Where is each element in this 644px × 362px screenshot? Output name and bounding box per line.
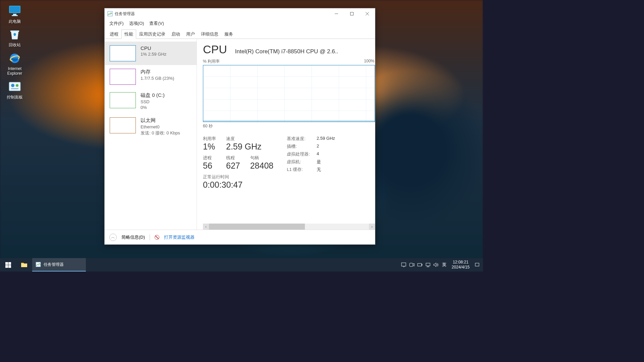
desktop-icon-label: 此电脑 [9, 19, 21, 24]
menu-options[interactable]: 选项(O) [127, 20, 146, 27]
stat-base-speed-k: 基准速度: [287, 136, 310, 142]
taskbar-clock[interactable]: 12:08:21 2024/4/15 [448, 260, 473, 270]
svg-rect-12 [351, 12, 354, 15]
scroll-thumb[interactable] [209, 224, 305, 230]
svg-point-7 [11, 84, 14, 87]
svg-rect-2 [13, 14, 16, 15]
open-resmon-link[interactable]: 打开资源监视器 [164, 234, 195, 240]
menu-view[interactable]: 查看(V) [147, 20, 166, 27]
tab-startup[interactable]: 启动 [168, 29, 183, 39]
svg-rect-24 [422, 264, 422, 265]
stat-l1-v: 无 [317, 167, 335, 173]
tab-performance[interactable]: 性能 [121, 29, 136, 39]
svg-rect-23 [418, 263, 422, 266]
sidebar-item-memory[interactable]: 内存 1.7/7.5 GB (23%) [105, 65, 197, 88]
menu-file[interactable]: 文件(F) [107, 20, 126, 27]
desktop-icon-label: 控制面板 [7, 95, 23, 100]
scroll-track[interactable] [209, 224, 369, 230]
svg-rect-19 [21, 264, 27, 267]
stat-handles-label: 句柄 [250, 155, 274, 161]
stat-proc-label: 进程 [203, 155, 216, 161]
secondary-stats: 基准速度: 2.59 GHz 插槽: 2 虚拟处理器: 4 虚拟机: 是 L1 … [287, 136, 335, 190]
svg-rect-25 [426, 263, 430, 266]
maximize-button[interactable] [344, 8, 360, 19]
stat-uptime-label: 正常运行时间 [203, 174, 273, 180]
resource-sidebar: CPU 1% 2.59 GHz 内存 1.7/7.5 GB (23%) 磁盘 0… [105, 39, 197, 230]
chevron-up-icon[interactable]: ︿ [109, 234, 117, 241]
stat-l1-k: L1 缓存: [287, 167, 310, 173]
svg-rect-6 [9, 82, 20, 91]
stat-vprocs-v: 4 [317, 151, 335, 157]
sidebar-item-sub: SSD [141, 99, 165, 104]
menubar: 文件(F) 选项(O) 查看(V) [105, 19, 375, 29]
stat-speed-label: 速度 [226, 136, 273, 142]
stat-util-label: 利用率 [203, 136, 216, 142]
svg-rect-21 [401, 263, 406, 266]
taskbar-time: 12:08:21 [452, 260, 470, 265]
start-button[interactable] [0, 258, 16, 272]
stat-vm-k: 虚拟机: [287, 159, 310, 165]
primary-stats: 利用率 1% 速度 2.59 GHz 进程 56 线程 627 [203, 136, 273, 190]
tray-action-center-icon[interactable] [400, 258, 408, 272]
taskbar-app-taskmgr[interactable]: 任务管理器 [32, 258, 86, 272]
tray-notifications-icon[interactable] [473, 258, 481, 272]
desktop-icon-recycle-bin[interactable]: 回收站 [2, 25, 28, 49]
desktop-icon-control-panel[interactable]: 控制面板 [2, 77, 28, 101]
desktop-icon-ie[interactable]: Internet Explorer [2, 49, 28, 77]
tray-meet-now-icon[interactable] [408, 258, 416, 272]
scroll-right-icon[interactable]: › [369, 224, 375, 230]
sidebar-item-ethernet[interactable]: 以太网 Ethernet0 发送: 0 接收: 0 Kbps [105, 114, 197, 140]
sidebar-item-sub: 1% 2.59 GHz [141, 52, 166, 57]
svg-rect-17 [5, 265, 8, 268]
tabbar: 进程 性能 应用历史记录 启动 用户 详细信息 服务 [105, 29, 375, 39]
svg-rect-28 [475, 263, 479, 266]
stat-util-value: 1% [203, 142, 216, 152]
tray-network-icon[interactable] [424, 258, 432, 272]
svg-rect-22 [410, 263, 413, 266]
tab-details[interactable]: 详细信息 [198, 29, 221, 39]
sidebar-item-cpu[interactable]: CPU 1% 2.59 GHz [105, 42, 197, 65]
sidebar-item-disk[interactable]: 磁盘 0 (C:) SSD 0% [105, 88, 197, 114]
performance-body: CPU 1% 2.59 GHz 内存 1.7/7.5 GB (23%) 磁盘 0… [105, 39, 375, 230]
desktop-icon-this-pc[interactable]: 此电脑 [2, 2, 28, 25]
memory-thumb-chart [110, 69, 136, 85]
cpu-utilization-chart [203, 65, 375, 122]
recycle-bin-icon [8, 27, 22, 41]
ie-icon [8, 51, 22, 65]
stat-handles-value: 28408 [250, 161, 274, 171]
horizontal-scrollbar[interactable]: ‹ › [203, 224, 375, 230]
taskmgr-icon [107, 11, 113, 16]
monitor-icon [8, 4, 22, 18]
tab-services[interactable]: 服务 [221, 29, 236, 39]
chart-ymax: 100% [364, 59, 374, 64]
desktop-icons: 此电脑 回收站 Internet Explorer 控制面板 [2, 2, 29, 101]
stat-threads-label: 线程 [226, 155, 240, 161]
ime-indicator[interactable]: 英 [440, 262, 448, 268]
sidebar-item-title: CPU [141, 45, 166, 51]
chart-ylabel: % 利用率 [203, 59, 220, 64]
tray-volume-icon[interactable] [432, 258, 440, 272]
svg-rect-15 [5, 262, 8, 265]
desktop-icon-label: Internet Explorer [2, 66, 28, 76]
scroll-left-icon[interactable]: ‹ [203, 224, 209, 230]
tab-users[interactable]: 用户 [183, 29, 198, 39]
stat-proc-value: 56 [203, 161, 216, 171]
sidebar-item-title: 以太网 [141, 117, 180, 124]
disk-thumb-chart [110, 92, 136, 108]
cpu-detail-panel: CPU Intel(R) Core(TM) i7-8850H CPU @ 2.6… [197, 39, 375, 230]
svg-rect-3 [12, 15, 18, 16]
svg-point-8 [16, 84, 18, 87]
minimize-button[interactable] [329, 8, 344, 19]
stat-vprocs-k: 虚拟处理器: [287, 151, 310, 157]
cpu-chart-area: % 利用率 100% 60 秒 [203, 59, 375, 129]
close-button[interactable] [360, 8, 375, 19]
tab-app-history[interactable]: 应用历史记录 [136, 29, 168, 39]
tab-processes[interactable]: 进程 [107, 29, 121, 39]
svg-rect-16 [8, 262, 11, 265]
fewer-details-link[interactable]: 简略信息(D) [121, 234, 145, 240]
svg-rect-1 [10, 6, 20, 12]
titlebar[interactable]: 任务管理器 [105, 8, 375, 19]
sidebar-item-title: 内存 [141, 69, 174, 75]
file-explorer-button[interactable] [16, 258, 32, 272]
tray-battery-icon[interactable] [416, 258, 424, 272]
